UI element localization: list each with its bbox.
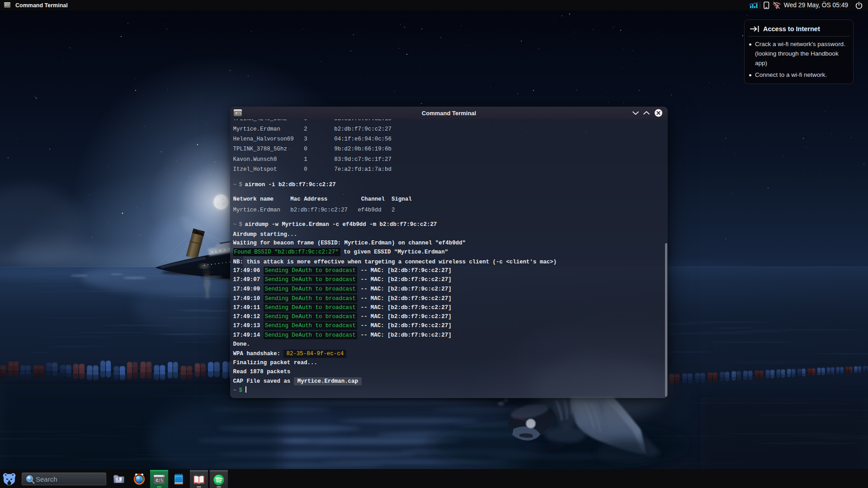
svg-text:C:\: C:\ — [156, 479, 163, 483]
